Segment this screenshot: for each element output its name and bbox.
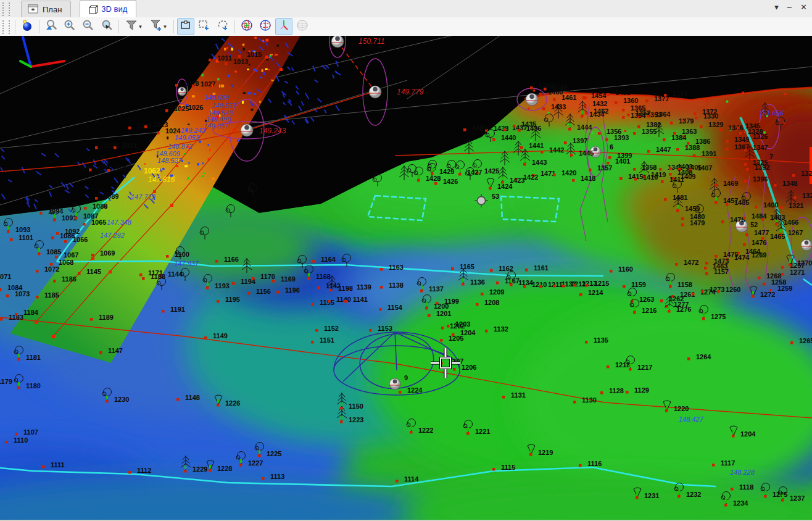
svg-text:1357: 1357 (597, 164, 612, 172)
svg-text:148.228: 148.228 (730, 469, 755, 476)
svg-text:147.292: 147.292 (100, 231, 125, 239)
survey-point[interactable]: 1071 (0, 273, 11, 280)
render-mode-button[interactable] (19, 18, 36, 35)
svg-text:1478: 1478 (730, 216, 745, 223)
svg-text:1364: 1364 (655, 110, 671, 118)
orbit-free-button[interactable] (257, 18, 274, 35)
svg-text:1260: 1260 (726, 286, 740, 293)
zoom-selected-button[interactable] (98, 18, 115, 35)
svg-text:1015: 1015 (247, 51, 262, 58)
svg-text:1397: 1397 (573, 137, 587, 144)
svg-text:149.243: 149.243 (181, 127, 206, 134)
zoom-window-button[interactable] (43, 18, 60, 35)
toolbar-grip-2[interactable] (2, 20, 10, 34)
svg-text:1209: 1209 (489, 288, 504, 296)
svg-text:1379: 1379 (679, 117, 694, 125)
svg-text:1193: 1193 (215, 282, 230, 290)
station-sphere-marker (331, 36, 344, 48)
svg-text:1185: 1185 (44, 291, 59, 299)
svg-text:1218: 1218 (615, 361, 630, 369)
svg-text:1431: 1431 (615, 89, 630, 96)
svg-text:1388: 1388 (685, 144, 700, 151)
svg-text:1420: 1420 (561, 169, 576, 177)
svg-text:1013: 1013 (233, 58, 248, 65)
svg-text:1442: 1442 (549, 146, 564, 154)
svg-text:1163: 1163 (389, 264, 404, 271)
svg-text:1224: 1224 (407, 386, 423, 394)
selected-point-elevation: 147.816 (148, 175, 175, 184)
dropdown-caret-icon[interactable]: ▼ (138, 24, 143, 30)
svg-text:1481: 1481 (673, 194, 687, 201)
svg-text:1480: 1480 (690, 213, 705, 220)
svg-text:147.348: 147.348 (107, 219, 132, 226)
svg-text:1159: 1159 (631, 281, 646, 288)
toolbar-separator (234, 20, 235, 33)
svg-text:1462: 1462 (594, 107, 608, 115)
svg-text:1131: 1131 (511, 391, 526, 399)
close-icon[interactable]: ✕ (800, 1, 807, 14)
svg-text:1391: 1391 (702, 150, 716, 157)
svg-text:1188: 1188 (151, 273, 165, 280)
select-rect-button[interactable] (177, 18, 194, 35)
svg-text:1474: 1474 (734, 254, 750, 261)
svg-text:147.713: 147.713 (131, 193, 156, 201)
zoom-out-button[interactable] (80, 18, 97, 35)
svg-text:1427: 1427 (467, 169, 482, 176)
svg-text:1150: 1150 (349, 402, 363, 410)
svg-text:1263: 1263 (639, 296, 654, 303)
select-rect-add-button[interactable] (196, 18, 213, 35)
orbit-xyz-button[interactable] (238, 18, 255, 35)
filter-add-button[interactable]: ▼ (147, 18, 170, 35)
toolbar-separator (15, 20, 15, 33)
select-lasso-add-button[interactable] (214, 18, 231, 35)
svg-text:1433: 1433 (551, 103, 566, 110)
svg-text:1115: 1115 (501, 464, 515, 471)
viewport-3d[interactable]: 1071108410731185118311841189119111491147… (0, 36, 812, 521)
dropdown-caret-icon[interactable]: ▼ (163, 24, 168, 30)
svg-text:1018: 1018 (116, 165, 131, 172)
svg-text:1449: 1449 (552, 83, 567, 91)
svg-text:1149: 1149 (213, 332, 228, 340)
minimize-icon[interactable]: – (787, 1, 792, 14)
menu-caret-icon[interactable]: ▾ (774, 1, 779, 14)
svg-text:1145: 1145 (86, 268, 101, 275)
svg-text:1205: 1205 (449, 335, 463, 342)
svg-text:1229: 1229 (193, 465, 207, 473)
svg-text:6: 6 (610, 143, 613, 151)
svg-text:1329: 1329 (708, 121, 723, 128)
view-axes-button[interactable] (275, 18, 292, 35)
svg-text:1346: 1346 (728, 124, 743, 131)
zoom-out-icon (81, 19, 95, 35)
svg-text:1180: 1180 (26, 382, 41, 390)
zoom-in-button[interactable] (61, 18, 78, 35)
svg-text:1226: 1226 (225, 399, 240, 407)
svg-text:1232: 1232 (686, 491, 701, 498)
svg-text:1436: 1436 (526, 125, 541, 132)
svg-text:1472: 1472 (684, 259, 698, 266)
svg-text:1139: 1139 (357, 283, 371, 291)
svg-text:1129: 1129 (634, 386, 649, 394)
svg-text:1444: 1444 (577, 123, 592, 131)
svg-text:1234: 1234 (733, 499, 748, 507)
svg-text:1021: 1021 (122, 142, 137, 149)
svg-text:148.537: 148.537 (157, 157, 183, 164)
svg-text:1407: 1407 (697, 164, 712, 172)
svg-text:1399: 1399 (617, 152, 632, 159)
tab-plan[interactable]: План (21, 1, 71, 17)
svg-text:1198: 1198 (338, 285, 353, 292)
svg-text:1326: 1326 (753, 133, 768, 140)
svg-text:1110: 1110 (14, 436, 28, 444)
svg-text:1027: 1027 (201, 80, 215, 88)
terrain-3d-canvas[interactable]: 1071108410731185118311841189119111491147… (0, 36, 812, 521)
svg-text:1267: 1267 (788, 229, 803, 236)
orbit-disabled-button (294, 18, 311, 35)
svg-text:1088: 1088 (93, 202, 107, 210)
filter-button[interactable]: ▼ (122, 18, 146, 35)
tab-plan-label: План (43, 5, 62, 14)
svg-text:1321: 1321 (789, 202, 803, 209)
svg-text:1272: 1272 (760, 291, 775, 298)
svg-text:1114: 1114 (404, 475, 419, 483)
svg-text:1432: 1432 (592, 100, 607, 107)
tab-3d-view[interactable]: 3D вид (80, 0, 136, 17)
toolbar-grip[interactable] (2, 2, 10, 16)
